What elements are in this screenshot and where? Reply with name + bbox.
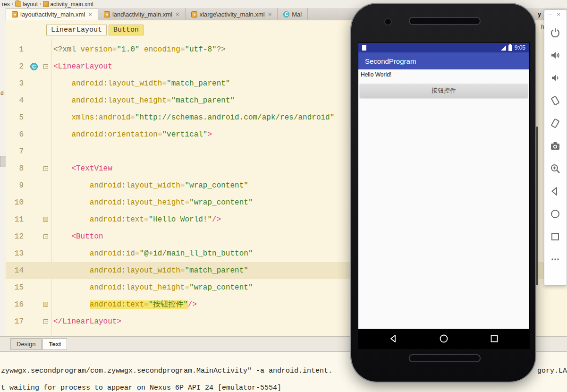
console-line-2: t waiting for process to appear on Nexus… bbox=[1, 384, 281, 392]
close-icon[interactable]: × bbox=[557, 11, 560, 18]
line-number: 2 bbox=[6, 58, 24, 75]
code-token: > bbox=[207, 130, 212, 139]
code-text: android:id="@+id/main_ll_btn_button" bbox=[53, 245, 253, 262]
emulator-screen[interactable]: 9:05 SecondProgram Hello World! 按钮控件 bbox=[358, 43, 530, 349]
code-token: <LinearLayout bbox=[53, 62, 112, 71]
line-number: 11 bbox=[6, 211, 24, 228]
tab-land-activity-main[interactable]: land\activity_main.xml × bbox=[98, 8, 186, 20]
app-title: SecondProgram bbox=[365, 57, 416, 65]
line-number: 8 bbox=[6, 160, 24, 177]
line-number: 4 bbox=[6, 92, 24, 109]
code-token: = bbox=[135, 249, 140, 258]
code-token: = bbox=[144, 215, 149, 224]
code-token: android:text bbox=[90, 215, 144, 224]
overview-icon[interactable] bbox=[489, 333, 499, 344]
close-icon[interactable]: × bbox=[268, 11, 272, 18]
tag-breadcrumb-button[interactable]: Button bbox=[109, 25, 144, 35]
clipped-text-fragment: d bbox=[0, 90, 4, 96]
tab-label: Mai bbox=[292, 11, 302, 18]
code-token: "vertical" bbox=[162, 130, 207, 139]
breadcrumb-item-file[interactable]: activity_main.xml bbox=[41, 1, 95, 8]
more-options-icon[interactable] bbox=[549, 253, 562, 265]
notification-icon bbox=[362, 45, 366, 51]
android-button[interactable]: 按钮控件 bbox=[360, 84, 528, 98]
tab-design[interactable]: Design bbox=[10, 338, 42, 350]
android-studio-window: res › layout › activity_main.xml d layou… bbox=[0, 0, 567, 392]
tab-text[interactable]: Text bbox=[42, 338, 67, 350]
console-line-1: zywwgx.secondprogram/com.zywwgx.secondpr… bbox=[1, 367, 332, 375]
code-text: xmlns:android="http://schemas.android.co… bbox=[53, 109, 334, 126]
scrollbar-thumb[interactable] bbox=[536, 127, 538, 285]
line-number: 5 bbox=[6, 109, 24, 126]
fold-marker[interactable] bbox=[43, 234, 48, 239]
code-text: android:orientation="vertical"> bbox=[53, 126, 212, 143]
tab-main-activity[interactable]: C Mai bbox=[278, 8, 308, 20]
close-icon[interactable]: × bbox=[88, 11, 92, 18]
code-token: "wrap_content" bbox=[189, 198, 253, 207]
code-token bbox=[53, 249, 90, 258]
code-token: = bbox=[112, 45, 117, 54]
android-status-bar: 9:05 bbox=[358, 43, 529, 52]
rotate-left-icon[interactable] bbox=[549, 94, 562, 107]
back-icon[interactable] bbox=[549, 185, 562, 197]
tab-layout-activity-main[interactable]: layout\activity_main.xml × bbox=[6, 8, 98, 20]
line-number: 3 bbox=[6, 75, 24, 92]
rotate-right-icon[interactable] bbox=[549, 117, 562, 129]
code-token: android:layout_height bbox=[90, 283, 185, 292]
earpiece-speaker bbox=[409, 17, 481, 25]
breadcrumb-item-res[interactable]: res bbox=[0, 1, 12, 8]
code-text: <Button bbox=[53, 228, 103, 245]
code-text: android:layout_height="wrap_content" bbox=[53, 279, 253, 296]
edit-marker bbox=[43, 217, 48, 222]
status-time: 9:05 bbox=[515, 44, 525, 51]
fold-marker[interactable] bbox=[43, 64, 48, 69]
back-icon[interactable] bbox=[388, 333, 398, 344]
code-text: <?xml version="1.0" encoding="utf-8"?> bbox=[53, 41, 226, 58]
class-icon[interactable]: C bbox=[30, 63, 38, 70]
code-token: = bbox=[144, 300, 149, 309]
edit-marker bbox=[43, 302, 48, 307]
volume-up-icon[interactable] bbox=[549, 49, 562, 61]
android-nav-bar bbox=[358, 329, 529, 349]
code-token bbox=[53, 181, 90, 190]
code-token bbox=[53, 300, 90, 309]
volume-down-icon[interactable] bbox=[549, 71, 562, 84]
breadcrumb-item-layout[interactable]: layout bbox=[13, 1, 40, 8]
minimize-icon[interactable]: – bbox=[549, 11, 552, 18]
tag-breadcrumb-linearlayout[interactable]: LinearLayout bbox=[46, 25, 107, 35]
fold-marker[interactable] bbox=[43, 166, 48, 171]
code-token bbox=[53, 283, 90, 292]
xml-file-icon bbox=[191, 11, 197, 17]
tab-xlarge-activity-main[interactable]: xlarge\activity_main.xml × bbox=[186, 8, 278, 20]
home-icon[interactable] bbox=[439, 333, 449, 344]
fold-end-marker[interactable] bbox=[43, 319, 48, 324]
code-token bbox=[53, 164, 71, 173]
code-token: android:id bbox=[90, 249, 135, 258]
code-token: "utf-8" bbox=[185, 45, 216, 54]
breadcrumb-label: res bbox=[2, 1, 10, 8]
folder-icon bbox=[15, 1, 21, 7]
screenshot-icon[interactable] bbox=[549, 139, 562, 152]
zoom-icon[interactable] bbox=[549, 162, 562, 175]
console-line-1-fragment: gory.LAU bbox=[537, 367, 567, 375]
power-icon[interactable] bbox=[549, 26, 562, 39]
code-token: = bbox=[180, 266, 185, 275]
code-token bbox=[53, 79, 71, 88]
class-icon: C bbox=[283, 11, 289, 17]
code-token bbox=[53, 266, 90, 275]
code-token bbox=[139, 45, 144, 54]
line-number: 12 bbox=[6, 228, 24, 245]
front-camera bbox=[384, 18, 392, 26]
code-token: android:layout_width bbox=[90, 266, 180, 275]
code-token bbox=[53, 198, 90, 207]
line-number: 16 bbox=[6, 296, 24, 313]
code-token: = bbox=[130, 113, 135, 122]
code-token: = bbox=[162, 79, 167, 88]
bottom-speaker bbox=[409, 354, 481, 362]
code-token bbox=[53, 232, 71, 241]
breadcrumb-label: layout bbox=[23, 1, 38, 8]
close-icon[interactable]: × bbox=[176, 11, 179, 18]
overview-icon[interactable] bbox=[549, 230, 562, 243]
code-text: <LinearLayout bbox=[53, 58, 112, 75]
home-icon[interactable] bbox=[549, 207, 562, 220]
